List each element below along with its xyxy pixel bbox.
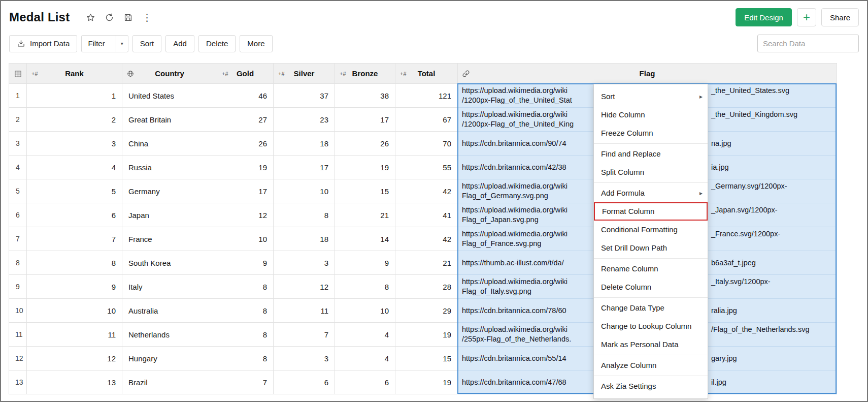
cell-bronze[interactable]: 4 <box>335 347 395 370</box>
cell-gold[interactable]: 46 <box>217 84 274 108</box>
cell-silver[interactable]: 7 <box>274 323 335 347</box>
cell-rank[interactable]: 13 <box>27 370 122 394</box>
cell-bronze[interactable]: 14 <box>335 227 395 251</box>
cell-rank[interactable]: 12 <box>27 347 122 370</box>
menu-item-set-drill-down-path[interactable]: Set Drill Down Path <box>594 239 708 257</box>
cell-bronze[interactable]: 21 <box>335 203 395 227</box>
cell-total[interactable]: 28 <box>395 275 458 299</box>
cell-country[interactable]: Germany <box>122 179 217 203</box>
cell-bronze[interactable]: 15 <box>335 179 395 203</box>
cell-country[interactable]: Great Britain <box>122 108 217 132</box>
menu-item-conditional-formatting[interactable]: Conditional Formatting <box>594 221 708 239</box>
cell-rank[interactable]: 8 <box>27 251 122 275</box>
cell-bronze[interactable]: 19 <box>335 156 395 179</box>
row-number[interactable]: 8 <box>9 251 27 275</box>
cell-rank[interactable]: 2 <box>27 108 122 132</box>
column-header-rank[interactable]: +# Rank <box>27 64 122 84</box>
menu-item-hide-column[interactable]: Hide Column <box>594 106 708 124</box>
row-number[interactable]: 2 <box>9 108 27 132</box>
cell-bronze[interactable]: 6 <box>335 370 395 394</box>
cell-silver[interactable]: 18 <box>274 227 335 251</box>
cell-silver[interactable]: 18 <box>274 132 335 156</box>
refresh-icon[interactable] <box>105 13 114 22</box>
cell-rank[interactable]: 7 <box>27 227 122 251</box>
import-data-button[interactable]: Import Data <box>9 35 77 52</box>
menu-item-change-to-lookup-column[interactable]: Change to Lookup Column <box>594 317 708 335</box>
cell-silver[interactable]: 23 <box>274 108 335 132</box>
row-number[interactable]: 11 <box>9 323 27 347</box>
cell-country[interactable]: Russia <box>122 156 217 179</box>
cell-total[interactable]: 19 <box>395 323 458 347</box>
cell-rank[interactable]: 10 <box>27 299 122 323</box>
menu-item-freeze-column[interactable]: Freeze Column <box>594 124 708 142</box>
cell-total[interactable]: 19 <box>395 370 458 394</box>
row-number[interactable]: 1 <box>9 84 27 108</box>
cell-country[interactable]: Japan <box>122 203 217 227</box>
column-header-country[interactable]: Country <box>122 64 217 84</box>
search-input[interactable] <box>757 35 859 52</box>
cell-total[interactable]: 42 <box>395 227 458 251</box>
cell-silver[interactable]: 11 <box>274 299 335 323</box>
cell-gold[interactable]: 9 <box>217 251 274 275</box>
cell-silver[interactable]: 6 <box>274 370 335 394</box>
cell-rank[interactable]: 1 <box>27 84 122 108</box>
cell-gold[interactable]: 8 <box>217 275 274 299</box>
cell-bronze[interactable]: 9 <box>335 251 395 275</box>
cell-bronze[interactable]: 17 <box>335 108 395 132</box>
cell-total[interactable]: 55 <box>395 156 458 179</box>
cell-bronze[interactable]: 4 <box>335 323 395 347</box>
cell-country[interactable]: Australia <box>122 299 217 323</box>
column-header-bronze[interactable]: +# Bronze <box>335 64 395 84</box>
column-header-flag[interactable]: Flag <box>458 64 837 84</box>
cell-gold[interactable]: 19 <box>217 156 274 179</box>
cell-country[interactable]: Italy <box>122 275 217 299</box>
select-all-corner-cell[interactable] <box>9 64 27 84</box>
sort-button[interactable]: Sort <box>132 35 162 52</box>
cell-silver[interactable]: 3 <box>274 347 335 370</box>
filter-button[interactable]: Filter <box>82 36 111 52</box>
cell-gold[interactable]: 7 <box>217 370 274 394</box>
cell-silver[interactable]: 10 <box>274 179 335 203</box>
more-options-kebab-icon[interactable]: ⋮ <box>142 13 152 22</box>
add-new-button[interactable]: + <box>797 8 816 26</box>
column-header-total[interactable]: +# Total <box>395 64 458 84</box>
row-number[interactable]: 6 <box>9 203 27 227</box>
cell-country[interactable]: United States <box>122 84 217 108</box>
cell-total[interactable]: 42 <box>395 179 458 203</box>
cell-gold[interactable]: 26 <box>217 132 274 156</box>
menu-item-change-data-type[interactable]: Change Data Type <box>594 299 708 317</box>
cell-rank[interactable]: 3 <box>27 132 122 156</box>
cell-rank[interactable]: 5 <box>27 179 122 203</box>
cell-rank[interactable]: 11 <box>27 323 122 347</box>
cell-gold[interactable]: 10 <box>217 227 274 251</box>
menu-item-analyze-column[interactable]: Analyze Column <box>594 356 708 375</box>
menu-item-ask-zia-settings[interactable]: Ask Zia Settings <box>594 377 708 395</box>
favorite-star-icon[interactable] <box>86 13 95 22</box>
cell-total[interactable]: 121 <box>395 84 458 108</box>
cell-total[interactable]: 67 <box>395 108 458 132</box>
row-number[interactable]: 12 <box>9 347 27 370</box>
menu-item-format-column[interactable]: Format Column <box>594 202 708 221</box>
cell-rank[interactable]: 9 <box>27 275 122 299</box>
cell-gold[interactable]: 8 <box>217 299 274 323</box>
edit-design-button[interactable]: Edit Design <box>736 8 792 26</box>
cell-total[interactable]: 70 <box>395 132 458 156</box>
cell-bronze[interactable]: 38 <box>335 84 395 108</box>
cell-silver[interactable]: 3 <box>274 251 335 275</box>
menu-item-rename-column[interactable]: Rename Column <box>594 260 708 278</box>
cell-country[interactable]: Hungary <box>122 347 217 370</box>
save-icon[interactable] <box>123 13 133 22</box>
cell-gold[interactable]: 17 <box>217 179 274 203</box>
cell-bronze[interactable]: 26 <box>335 132 395 156</box>
menu-item-add-formula[interactable]: Add Formula▸ <box>594 184 708 202</box>
row-number[interactable]: 9 <box>9 275 27 299</box>
cell-country[interactable]: South Korea <box>122 251 217 275</box>
cell-silver[interactable]: 17 <box>274 156 335 179</box>
cell-rank[interactable]: 6 <box>27 203 122 227</box>
cell-bronze[interactable]: 8 <box>335 275 395 299</box>
cell-country[interactable]: Netherlands <box>122 323 217 347</box>
cell-bronze[interactable]: 10 <box>335 299 395 323</box>
row-number[interactable]: 4 <box>9 156 27 179</box>
menu-item-sort[interactable]: Sort▸ <box>594 87 708 106</box>
column-header-gold[interactable]: +# Gold <box>217 64 274 84</box>
